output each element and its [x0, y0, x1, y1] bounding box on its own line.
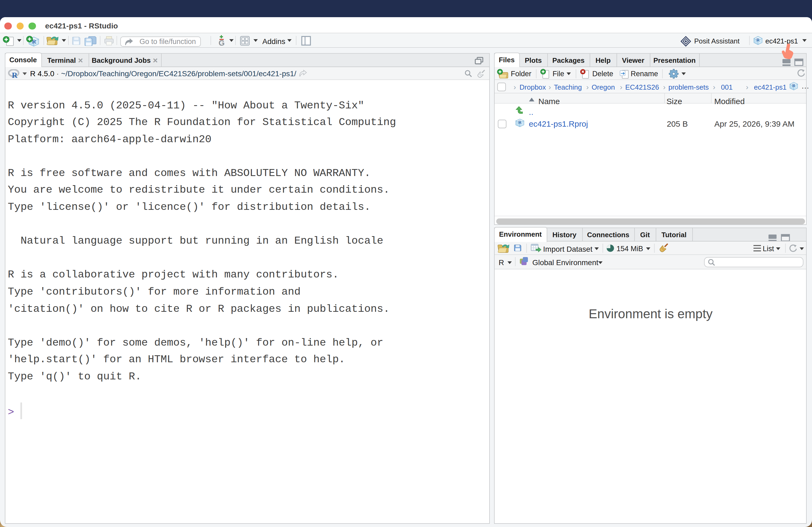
svg-text:R: R: [12, 71, 17, 78]
svg-text:R: R: [518, 120, 522, 125]
svg-text:G: G: [218, 39, 224, 46]
svg-text:R: R: [756, 37, 760, 42]
svg-text:R: R: [793, 83, 796, 88]
